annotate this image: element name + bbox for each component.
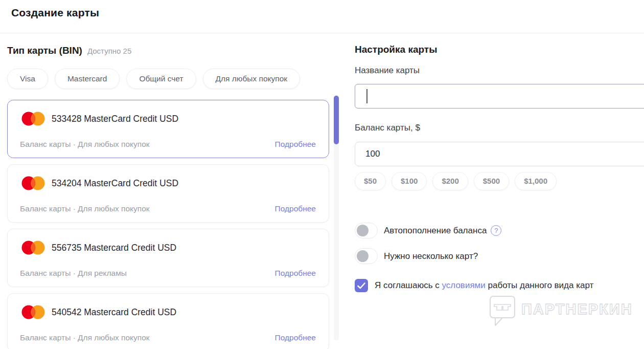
toggle-knob <box>357 225 369 236</box>
preset-200-button[interactable]: $200 <box>432 172 468 190</box>
bin-card-top: 556735 Mastercard Credit USD <box>20 239 316 256</box>
bin-card-subtitle: Баланс карты · Для любых покупок <box>20 333 150 342</box>
multiple-cards-label: Нужно несколько карт? <box>384 251 478 261</box>
bin-card-details-link[interactable]: Подробнее <box>275 204 316 213</box>
auto-topup-toggle[interactable] <box>355 223 378 238</box>
bin-card-title: 533428 MasterCard Credit USD <box>52 114 178 124</box>
bin-card-subtitle: Баланс карты · Для рекламы <box>20 269 127 278</box>
bin-type-panel: Тип карты (BIN) Доступно 25 Visa Masterc… <box>7 41 329 349</box>
help-icon[interactable]: ? <box>491 225 501 236</box>
filter-chip-any-purchases[interactable]: Для любых покупок <box>203 69 301 89</box>
auto-topup-label: Автопополнение баланса <box>384 226 487 236</box>
terms-link[interactable]: условиями <box>442 280 486 290</box>
bin-card-option-540542[interactable]: 540542 Mastercard Credit USD Баланс карт… <box>7 293 329 349</box>
card-list-scrollbar-thumb[interactable] <box>334 96 339 144</box>
bin-card-details-link[interactable]: Подробнее <box>275 140 316 149</box>
card-list-scrollbar[interactable] <box>334 95 339 340</box>
bin-section-title: Тип карты (BIN) <box>7 45 82 56</box>
header-divider <box>0 33 644 33</box>
preset-50-button[interactable]: $50 <box>355 172 386 190</box>
bin-card-option-556735[interactable]: 556735 Mastercard Credit USD Баланс карт… <box>7 229 329 287</box>
bin-card-top: 534204 MasterCard Credit USD <box>20 175 316 191</box>
bin-card-bottom: Баланс карты · Для любых покупок Подробн… <box>20 140 316 149</box>
filter-chip-general-account[interactable]: Общий счет <box>126 69 196 89</box>
card-creation-page: Создание карты Тип карты (BIN) Доступно … <box>0 0 644 349</box>
balance-preset-row: $50 $100 $200 $500 $1,000 <box>355 172 644 190</box>
preset-500-button[interactable]: $500 <box>474 172 509 190</box>
bin-card-bottom: Баланс карты · Для любых покупок Подробн… <box>20 333 316 342</box>
mastercard-logo-icon <box>21 175 45 191</box>
mastercard-logo-icon <box>21 239 45 256</box>
bin-card-subtitle: Баланс карты · Для любых покупок <box>20 204 150 213</box>
toggle-knob <box>357 250 369 262</box>
auto-topup-row: Автопополнение баланса ? <box>355 223 644 238</box>
terms-text: Я соглашаюсь с условиями работы данного … <box>375 280 593 291</box>
settings-title: Настройка карты <box>355 44 644 55</box>
card-balance-label: Баланс карты, $ <box>355 123 644 133</box>
checkmark-icon <box>357 282 365 289</box>
filter-chip-mastercard[interactable]: Mastercard <box>55 69 120 89</box>
bin-card-subtitle: Баланс карты · Для любых покупок <box>20 140 150 149</box>
mastercard-logo-icon <box>21 304 45 320</box>
bin-card-title: 556735 Mastercard Credit USD <box>52 243 176 253</box>
page-title: Создание карты <box>11 7 99 19</box>
watermark: ПАРТНЕРКИН <box>489 294 633 327</box>
multiple-cards-toggle[interactable] <box>355 248 378 264</box>
bin-card-top: 540542 Mastercard Credit USD <box>20 304 316 320</box>
bin-card-title: 540542 Mastercard Credit USD <box>52 307 176 318</box>
terms-agreement-row: Я соглашаюсь с условиями работы данного … <box>355 279 644 292</box>
speech-bubble-logo-icon <box>489 294 516 327</box>
multiple-cards-row: Нужно несколько карт? <box>355 248 644 264</box>
card-name-field-wrap <box>355 84 644 108</box>
card-settings-panel: Настройка карты Название карты Баланс ка… <box>355 41 644 292</box>
filter-chip-visa[interactable]: Visa <box>7 69 48 89</box>
preset-100-button[interactable]: $100 <box>392 172 427 190</box>
mastercard-logo-icon <box>21 111 45 127</box>
terms-text-after: работы данного вида карт <box>486 280 594 290</box>
bin-card-top: 533428 MasterCard Credit USD <box>20 111 316 127</box>
bin-card-option-534204[interactable]: 534204 MasterCard Credit USD Баланс карт… <box>7 164 329 223</box>
bin-filter-row: Visa Mastercard Общий счет Для любых пок… <box>7 69 329 89</box>
text-cursor <box>366 89 367 103</box>
preset-1000-button[interactable]: $1,000 <box>515 172 557 190</box>
terms-checkbox[interactable] <box>355 279 368 292</box>
bin-card-details-link[interactable]: Подробнее <box>275 333 316 342</box>
terms-text-before: Я соглашаюсь с <box>375 280 442 290</box>
watermark-text: ПАРТНЕРКИН <box>521 301 633 318</box>
card-name-input[interactable] <box>355 84 644 108</box>
bin-card-list: 533428 MasterCard Credit USD Баланс карт… <box>7 100 329 349</box>
bin-card-option-533428[interactable]: 533428 MasterCard Credit USD Баланс карт… <box>7 100 329 158</box>
bin-card-title: 534204 MasterCard Credit USD <box>52 178 178 189</box>
bin-card-bottom: Баланс карты · Для любых покупок Подробн… <box>20 204 316 213</box>
card-balance-input[interactable] <box>355 142 644 166</box>
bin-card-bottom: Баланс карты · Для рекламы Подробнее <box>20 269 316 278</box>
bin-section-head: Тип карты (BIN) Доступно 25 <box>7 45 329 56</box>
card-name-label: Название карты <box>355 66 644 76</box>
bin-available-count: Доступно 25 <box>87 47 131 55</box>
bin-card-details-link[interactable]: Подробнее <box>275 269 316 278</box>
